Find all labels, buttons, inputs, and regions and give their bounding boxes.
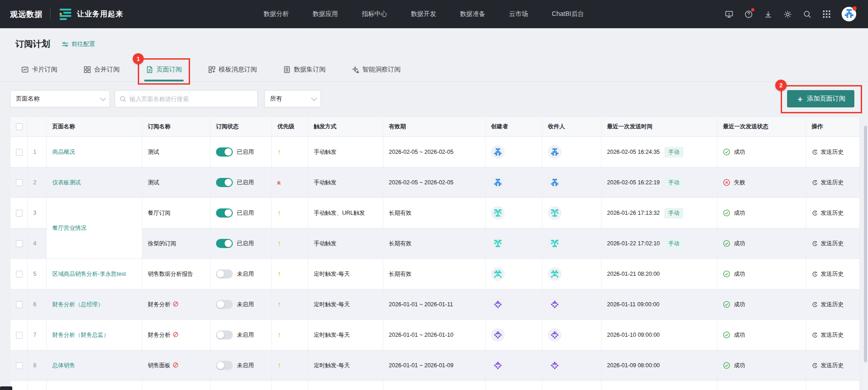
search-input[interactable]: [130, 96, 253, 102]
last-send-time: 2026-01-26 17:13:32: [607, 210, 660, 216]
column-header: 有效期: [383, 117, 486, 137]
column-header: 最近一次发送状态: [717, 117, 806, 137]
brand-logo-icon: [58, 9, 71, 20]
subscription-name: 餐厅订阅: [148, 209, 205, 217]
last-send-time: 2026-02-05 16:22:19: [607, 179, 660, 186]
subscription-toggle[interactable]: [216, 178, 233, 187]
navbar-divider: [50, 8, 50, 20]
row-checkbox[interactable]: [16, 179, 23, 186]
toggle-state-label: 未启用: [237, 362, 254, 370]
recipient-avatar: [548, 206, 562, 220]
prohibit-icon: [173, 362, 179, 369]
validity-period: 2026-01-01 ~ 2026-01-10: [383, 320, 486, 350]
nav-item-2[interactable]: 指标中心: [362, 10, 387, 18]
subscription-toggle[interactable]: [216, 147, 233, 157]
user-avatar[interactable]: [842, 7, 856, 21]
subscription-name: 测试: [148, 148, 205, 156]
search-icon[interactable]: [803, 10, 812, 19]
tab-模板消息订阅[interactable]: 模板消息订阅: [206, 59, 259, 81]
screencast-icon[interactable]: [724, 10, 733, 19]
row-checkbox[interactable]: [16, 332, 23, 339]
help-icon[interactable]: [744, 10, 753, 19]
chevron-down-icon: [100, 95, 106, 101]
row-checkbox[interactable]: [16, 301, 23, 308]
trigger-method: 手动触发: [308, 167, 383, 198]
subscription-toggle[interactable]: [216, 208, 233, 218]
validity-period: 长期有效: [383, 259, 486, 289]
nav-item-1[interactable]: 数据应用: [313, 10, 338, 18]
go-to-config-link[interactable]: 前往配置: [62, 40, 95, 48]
send-history-link[interactable]: 发送历史: [812, 148, 854, 156]
trigger-method: 手动触发: [308, 228, 383, 259]
row-checkbox[interactable]: [16, 210, 23, 217]
send-history-link[interactable]: 发送历史: [812, 240, 854, 248]
prohibit-icon: [173, 332, 179, 338]
send-history-link[interactable]: 发送历史: [812, 270, 854, 278]
row-index: 1: [28, 137, 47, 167]
row-index: 8: [28, 350, 47, 381]
page-link[interactable]: 仪表板测试: [52, 179, 81, 186]
send-status-label: 成功: [734, 240, 745, 248]
row-checkbox[interactable]: [16, 149, 23, 156]
priority-up-icon: ↑: [277, 361, 281, 369]
select-all-checkbox[interactable]: [16, 123, 23, 130]
page-link[interactable]: 财务分析（总经理）: [52, 301, 104, 308]
row-checkbox[interactable]: [16, 362, 23, 369]
download-icon[interactable]: [763, 10, 773, 19]
nav-item-5[interactable]: 云市场: [509, 10, 528, 18]
table-row: 1 商品概况测试已启用↑ 手动触发 2026-02-05 ~ 2026-02-0…: [10, 137, 860, 167]
manual-tag: 手动: [664, 177, 683, 188]
page-link[interactable]: 区域商品销售分析-李永胜test: [52, 271, 126, 277]
send-history-link[interactable]: 发送历史: [812, 331, 854, 339]
identicon-purple: [494, 362, 502, 369]
table-row: 2 仪表板测试测试已启用« 手动触发 2026-02-05 ~ 2026-02-…: [10, 167, 860, 198]
vertical-scrollbar[interactable]: [863, 124, 868, 390]
row-checkbox[interactable]: [16, 271, 23, 278]
apps-grid-icon[interactable]: [822, 10, 831, 19]
tab-卡片订阅[interactable]: 卡片订阅: [20, 59, 59, 81]
nav-item-4[interactable]: 数据准备: [460, 10, 486, 18]
subscription-toggle[interactable]: [216, 300, 233, 309]
send-history-link[interactable]: 发送历史: [812, 301, 854, 309]
page-link[interactable]: 餐厅营业情况: [52, 225, 86, 231]
last-send-time: 2026-02-05 16:24:35: [607, 149, 660, 155]
gear-icon[interactable]: [783, 10, 792, 19]
subscription-toggle[interactable]: [216, 269, 233, 279]
nav-item-0[interactable]: 数据分析: [264, 10, 289, 18]
filter-field-select[interactable]: 页面名称: [10, 90, 110, 107]
tab-页面订阅[interactable]: 1页面订阅: [144, 59, 184, 81]
identicon-cyan: [494, 240, 502, 247]
scrollbar-thumb[interactable]: [864, 126, 867, 362]
tab-智能洞察订阅[interactable]: 智能洞察订阅: [350, 59, 402, 81]
identicon-cyan2: [551, 270, 558, 278]
avatar-identicon: [845, 9, 853, 20]
column-header: 触发方式: [308, 117, 383, 137]
send-history-link[interactable]: 发送历史: [812, 362, 854, 370]
page-link[interactable]: 总体销售: [52, 362, 75, 369]
nav-item-6[interactable]: ChatBI后台: [552, 10, 584, 18]
subscription-toggle[interactable]: [216, 330, 233, 339]
creator-avatar: [491, 298, 505, 311]
send-history-link[interactable]: 发送历史: [812, 179, 854, 187]
status-filter-select[interactable]: 所有: [264, 90, 321, 107]
identicon-purple: [551, 331, 558, 339]
subscription-name: 测试: [148, 179, 205, 187]
identicon-cyan2: [494, 270, 502, 278]
table-body: 1 商品概况测试已启用↑ 手动触发 2026-02-05 ~ 2026-02-0…: [10, 137, 860, 390]
priority-up-icon: ↑: [277, 209, 281, 217]
tab-合并订阅[interactable]: 合并订阅: [82, 59, 121, 81]
send-status-label: 成功: [734, 148, 745, 156]
nav-item-3[interactable]: 数据开发: [411, 10, 437, 18]
page-link[interactable]: 财务分析（财务总监）: [52, 332, 109, 338]
subscription-toggle[interactable]: [216, 239, 233, 248]
column-header: 创建者: [486, 117, 542, 137]
row-checkbox[interactable]: [16, 240, 23, 247]
tab-数据集订阅[interactable]: 数据集订阅: [281, 59, 327, 81]
send-history-link[interactable]: 发送历史: [812, 209, 854, 217]
column-header: 收件人: [542, 117, 602, 137]
page-link[interactable]: 商品概况: [52, 149, 75, 155]
sliders-icon: [62, 41, 69, 48]
add-page-subscription-button[interactable]: ＋ 添加页面订阅: [787, 90, 854, 107]
subscription-toggle[interactable]: [216, 361, 233, 370]
last-send-time: 2026-01-10 09:00:00: [607, 332, 660, 338]
